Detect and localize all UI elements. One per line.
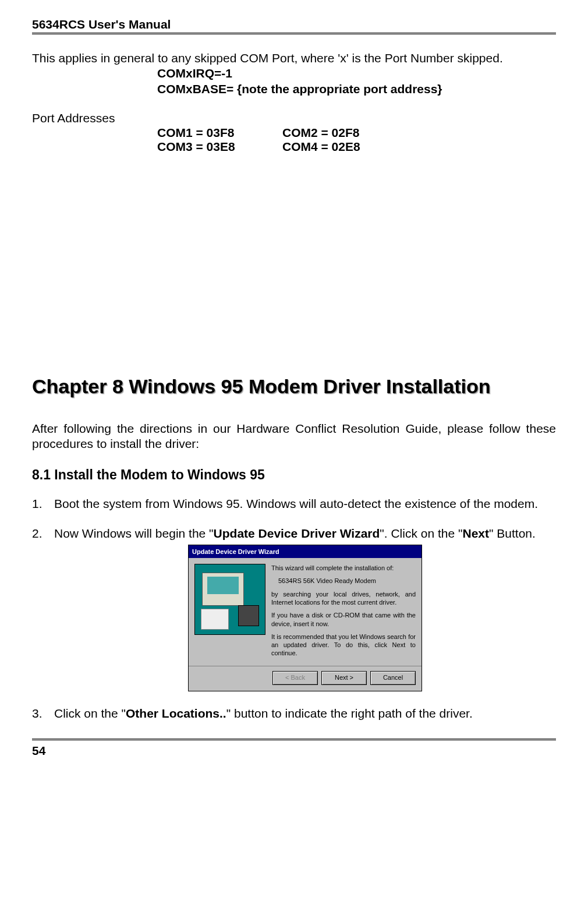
wizard-line: If you have a disk or CD-ROM that came w… — [271, 611, 416, 628]
page-footer: 54 — [32, 739, 556, 758]
list-item: Click on the "Other Locations.." button … — [32, 705, 556, 721]
wizard-body: This wizard will complete the installati… — [189, 558, 421, 666]
wizard-button-row: < Back Next > Cancel — [189, 666, 421, 691]
wizard-text: This wizard will complete the installati… — [271, 564, 416, 662]
wizard-line: by searching your local drives, network,… — [271, 590, 416, 607]
manual-title: 5634RCS User's Manual — [32, 17, 171, 31]
step-text: Boot the system from Windows 95. Windows… — [54, 497, 538, 510]
port-address-table: COM1 = 03F8 COM2 = 02F8 COM3 = 03E8 COM4… — [32, 126, 556, 154]
step-bold: Update Device Driver Wizard — [214, 527, 380, 540]
list-item: Boot the system from Windows 95. Windows… — [32, 496, 556, 511]
step-text: ". Click on the " — [380, 527, 462, 540]
cancel-button[interactable]: Cancel — [370, 671, 416, 685]
list-item: Now Windows will begin the "Update Devic… — [32, 525, 556, 691]
floppy-icon — [238, 605, 259, 626]
com-irq-line: COMxIRQ=-1 — [32, 66, 556, 81]
wizard-titlebar: Update Device Driver Wizard — [189, 545, 421, 558]
table-row: COM1 = 03F8 COM2 = 02F8 — [157, 126, 556, 140]
wizard-line: This wizard will complete the installati… — [271, 564, 416, 572]
wizard-device: 5634RS 56K Video Ready Modem — [271, 577, 416, 585]
port-cell: COM1 = 03F8 — [157, 126, 282, 140]
section-title: 8.1 Install the Modem to Windows 95 — [32, 467, 556, 483]
com-base-line: COMxBASE= {note the appropriate port add… — [32, 82, 556, 97]
step-text: " Button. — [489, 527, 536, 540]
monitor-icon — [202, 573, 244, 606]
chapter-title: Chapter 8 Windows 95 Modem Driver Instal… — [32, 375, 556, 398]
step-text: Click on the " — [54, 707, 126, 720]
page-number: 54 — [32, 744, 45, 757]
wizard-image — [194, 564, 265, 635]
port-cell: COM2 = 02F8 — [282, 126, 408, 140]
step-text: Now Windows will begin the " — [54, 527, 214, 540]
page-header: 5634RCS User's Manual — [32, 17, 556, 34]
next-button[interactable]: Next > — [321, 671, 367, 685]
wizard-dialog: Update Device Driver Wizard This wizard … — [188, 545, 422, 691]
step-text: " button to indicate the right path of t… — [226, 707, 473, 720]
wizard-line: It is recommended that you let Windows s… — [271, 633, 416, 658]
port-cell: COM4 = 02E8 — [282, 140, 408, 154]
step-bold: Other Locations.. — [126, 707, 226, 720]
step-bold: Next — [462, 527, 489, 540]
port-addresses-label: Port Addresses — [32, 111, 556, 126]
intro-line: This applies in general to any skipped C… — [32, 51, 556, 66]
back-button[interactable]: < Back — [272, 671, 318, 685]
papers-icon — [201, 609, 229, 630]
port-cell: COM3 = 03E8 — [157, 140, 282, 154]
table-row: COM3 = 03E8 COM4 = 02E8 — [157, 140, 556, 154]
chapter-intro: After following the directions in our Ha… — [32, 421, 556, 452]
wizard-title: Update Device Driver Wizard — [192, 548, 279, 556]
steps-list: Boot the system from Windows 95. Windows… — [32, 496, 556, 722]
